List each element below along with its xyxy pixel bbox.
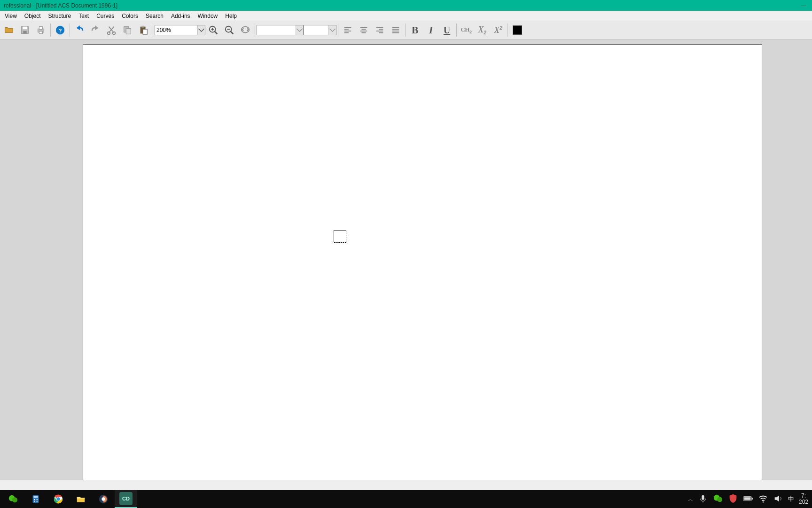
menu-colors[interactable]: Colors bbox=[118, 12, 142, 20]
print-icon bbox=[36, 25, 46, 35]
align-justify-icon bbox=[390, 25, 401, 35]
svg-rect-2 bbox=[23, 31, 26, 34]
menu-view[interactable]: View bbox=[1, 12, 21, 20]
chevron-down-icon[interactable] bbox=[197, 25, 205, 35]
font-combo[interactable] bbox=[257, 25, 304, 35]
chevron-down-icon[interactable] bbox=[296, 25, 303, 35]
svg-text:?: ? bbox=[59, 28, 62, 33]
security-tray-icon[interactable] bbox=[728, 493, 738, 505]
wechat-tray-icon[interactable] bbox=[713, 493, 723, 505]
svg-point-9 bbox=[113, 32, 116, 35]
svg-text:CD: CD bbox=[122, 496, 130, 501]
svg-line-20 bbox=[231, 32, 234, 34]
align-justify-button[interactable] bbox=[388, 23, 404, 37]
taskbar-calculator[interactable] bbox=[24, 490, 47, 508]
open-button[interactable] bbox=[1, 23, 17, 37]
redo-button[interactable] bbox=[87, 23, 103, 37]
tray-expand-icon[interactable]: ︿ bbox=[688, 496, 693, 503]
bold-icon: B bbox=[412, 24, 419, 36]
bold-button[interactable]: B bbox=[407, 23, 423, 37]
copy-button[interactable] bbox=[119, 23, 135, 37]
align-left-button[interactable] bbox=[340, 23, 356, 37]
svg-rect-40 bbox=[752, 498, 753, 500]
status-bar bbox=[0, 480, 812, 490]
undo-button[interactable] bbox=[71, 23, 87, 37]
svg-point-38 bbox=[717, 497, 722, 502]
svg-point-30 bbox=[37, 500, 38, 501]
wifi-icon[interactable] bbox=[758, 493, 768, 505]
separator bbox=[70, 24, 70, 37]
zoom-combo[interactable]: 200% bbox=[155, 25, 205, 35]
taskbar-explorer[interactable] bbox=[70, 490, 92, 508]
svg-point-8 bbox=[108, 32, 110, 35]
menu-curves[interactable]: Curves bbox=[93, 12, 118, 20]
taskbar-chrome[interactable] bbox=[47, 490, 70, 508]
minimize-button[interactable]: — bbox=[799, 2, 808, 9]
underline-icon: U bbox=[444, 25, 450, 36]
svg-point-28 bbox=[37, 499, 38, 500]
menu-text[interactable]: Text bbox=[75, 12, 93, 20]
help-button[interactable]: ? bbox=[52, 23, 68, 37]
underline-button[interactable]: U bbox=[439, 23, 455, 37]
svg-point-32 bbox=[56, 497, 60, 500]
clock[interactable]: 7: 202 bbox=[799, 493, 808, 505]
superscript-button[interactable]: X2 bbox=[490, 23, 506, 37]
volume-icon[interactable] bbox=[773, 493, 783, 505]
menu-structure[interactable]: Structure bbox=[44, 12, 75, 20]
taskbar-wechat[interactable] bbox=[2, 490, 24, 508]
magnify-page-icon bbox=[240, 25, 250, 35]
zoom-fit-button[interactable] bbox=[237, 23, 253, 37]
chrome-icon bbox=[52, 492, 65, 506]
taskbar-chemdraw[interactable]: CD bbox=[115, 490, 137, 508]
svg-point-24 bbox=[12, 497, 17, 502]
save-icon bbox=[20, 25, 30, 35]
paste-button[interactable] bbox=[135, 23, 151, 37]
generic-app-icon bbox=[97, 492, 110, 506]
separator bbox=[255, 24, 255, 37]
svg-rect-4 bbox=[39, 27, 42, 30]
svg-rect-1 bbox=[23, 27, 27, 30]
align-center-button[interactable] bbox=[356, 23, 372, 37]
italic-button[interactable]: I bbox=[423, 23, 439, 37]
window-controls: — bbox=[799, 2, 808, 9]
title-bar: rofessional - [Untitled ACS Document 199… bbox=[0, 0, 812, 11]
page-canvas[interactable] bbox=[83, 44, 762, 486]
subscript-button[interactable]: X2 bbox=[474, 23, 490, 37]
align-right-button[interactable] bbox=[372, 23, 388, 37]
superscript-icon: X2 bbox=[494, 25, 502, 35]
menu-object[interactable]: Object bbox=[21, 12, 45, 20]
taskbar-app-generic[interactable] bbox=[92, 490, 115, 508]
svg-rect-5 bbox=[39, 32, 42, 34]
svg-rect-26 bbox=[33, 496, 38, 498]
menu-addins[interactable]: Add-ins bbox=[167, 12, 194, 20]
chevron-down-icon[interactable] bbox=[328, 25, 336, 35]
color-picker-button[interactable] bbox=[509, 23, 525, 37]
svg-point-27 bbox=[34, 499, 35, 500]
ime-indicator[interactable]: 中 bbox=[788, 495, 794, 503]
font-size-combo[interactable] bbox=[304, 25, 336, 35]
menu-search[interactable]: Search bbox=[142, 12, 167, 20]
battery-icon[interactable] bbox=[743, 493, 753, 505]
mic-icon[interactable] bbox=[698, 493, 708, 505]
zoom-out-icon bbox=[224, 25, 234, 35]
align-right-icon bbox=[375, 25, 385, 35]
svg-rect-36 bbox=[702, 495, 704, 500]
menu-window[interactable]: Window bbox=[194, 12, 222, 20]
menu-help[interactable]: Help bbox=[221, 12, 241, 20]
document-area[interactable] bbox=[0, 40, 812, 486]
cut-button[interactable] bbox=[103, 23, 119, 37]
zoom-out-button[interactable] bbox=[221, 23, 237, 37]
formula-button[interactable]: CH2 bbox=[458, 23, 474, 37]
print-button[interactable] bbox=[33, 23, 49, 37]
paste-icon bbox=[138, 25, 148, 35]
folder-icon bbox=[4, 25, 14, 35]
zoom-in-button[interactable] bbox=[205, 23, 221, 37]
svg-rect-41 bbox=[744, 497, 751, 500]
formula-icon: CH2 bbox=[461, 26, 471, 34]
svg-point-42 bbox=[763, 501, 764, 502]
system-tray: ︿ 中 7: 202 bbox=[688, 490, 810, 508]
subscript-icon: X2 bbox=[478, 25, 486, 36]
folder-icon bbox=[74, 492, 87, 506]
align-center-icon bbox=[359, 25, 369, 35]
save-button[interactable] bbox=[17, 23, 33, 37]
